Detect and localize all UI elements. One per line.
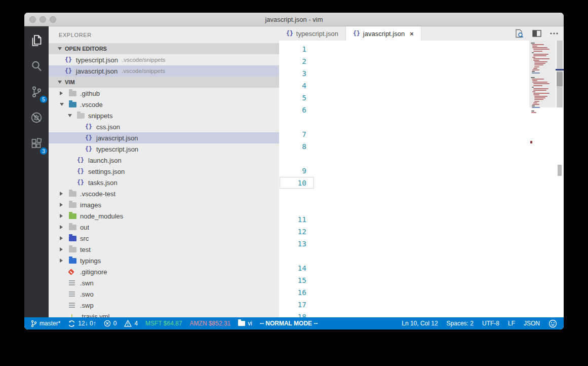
tree-item--swo[interactable]: .swo: [49, 288, 279, 300]
status-item--normal-mode-[interactable]: -- NORMAL MODE --: [260, 320, 318, 327]
status-item-lf[interactable]: LF: [508, 320, 515, 327]
activity-item-source-control[interactable]: 5: [26, 83, 47, 102]
tree-item-launch-json[interactable]: {}launch.json: [49, 155, 279, 166]
tree-item-src[interactable]: src: [49, 233, 279, 244]
chevron-down-icon: [58, 47, 62, 50]
open-editor-item[interactable]: {}javascript.json.vscode/snippets: [49, 65, 279, 77]
code-line[interactable]: 4: [279, 80, 564, 92]
tree-icon-wrap: [69, 102, 80, 107]
code-line[interactable]: [279, 153, 564, 165]
code-line[interactable]: 15: [279, 274, 564, 286]
activity-item-debug[interactable]: [26, 109, 47, 128]
tree-item-typescript-json[interactable]: {}typescript.json: [49, 143, 279, 155]
search-icon: [30, 59, 43, 75]
tab-javascript-json[interactable]: {}javascript.json×: [346, 26, 421, 41]
status-item-ln-10-col-12[interactable]: Ln 10, Col 12: [402, 320, 438, 327]
title-bar[interactable]: javascript.json - vim: [24, 13, 564, 26]
open-preview-icon[interactable]: [514, 28, 524, 39]
status-item-utf-8[interactable]: UTF-8: [482, 320, 499, 327]
close-window-button[interactable]: [29, 16, 36, 23]
gutter: 6: [279, 104, 318, 116]
code-line[interactable]: 6: [279, 104, 564, 116]
open-editor-item[interactable]: {}typescript.json.vscode/snippets: [49, 54, 279, 65]
folder-icon: [69, 247, 76, 252]
status-item-0[interactable]: 0: [104, 320, 117, 327]
tree-icon-wrap: [69, 280, 80, 285]
tree-item-label: .swp: [80, 302, 94, 309]
activity-item-explorer[interactable]: [26, 31, 47, 51]
code-line[interactable]: 10: [279, 177, 564, 189]
code-line[interactable]: 13: [279, 238, 564, 250]
status-item-vi[interactable]: vi: [238, 320, 252, 327]
activity-item-extensions[interactable]: 3: [26, 135, 47, 154]
code-line[interactable]: [279, 189, 564, 201]
tree-icon-wrap: [69, 303, 80, 308]
tree-item--travis-yml[interactable]: !.travis.yml: [49, 311, 279, 317]
json-braces-icon: {}: [85, 134, 92, 141]
status-item-spaces-2[interactable]: Spaces: 2: [447, 320, 474, 327]
status-label: UTF-8: [482, 320, 499, 327]
tree-item--github[interactable]: .github: [49, 88, 279, 99]
code-line[interactable]: 12: [279, 226, 564, 238]
tree-item-label: src: [80, 235, 89, 242]
code-line[interactable]: 11: [279, 213, 564, 226]
code-line[interactable]: 2: [279, 55, 564, 67]
status-item-amzn-852-31[interactable]: AMZN $852.31: [190, 320, 231, 327]
chevron-right-icon: [60, 91, 69, 95]
tree-item--swp[interactable]: .swp: [49, 300, 279, 311]
tree-icon-wrap: [69, 236, 80, 241]
tree-item--swn[interactable]: .swn: [49, 277, 279, 288]
code-editor[interactable]: 123456789101112131415161718: [279, 41, 564, 317]
code-line[interactable]: 18: [279, 311, 564, 317]
code-line[interactable]: 14: [279, 262, 564, 274]
zoom-window-button[interactable]: [50, 16, 56, 23]
status-item-json[interactable]: JSON: [524, 320, 540, 327]
tree-item-node-modules[interactable]: node_modules: [49, 210, 279, 222]
tree-item-images[interactable]: images: [49, 199, 279, 210]
tree-icon-wrap: [69, 202, 80, 208]
status-item-master-[interactable]: master*: [30, 320, 60, 327]
close-tab-icon[interactable]: ×: [410, 30, 414, 38]
tree-item-css-json[interactable]: {}css.json: [49, 121, 279, 132]
tree-item-out[interactable]: out: [49, 222, 279, 233]
tree-item-test[interactable]: test: [49, 244, 279, 255]
status-item-msft-64-87[interactable]: MSFT $64.87: [145, 320, 182, 327]
code-line[interactable]: 1: [279, 43, 564, 55]
code-line[interactable]: 16: [279, 286, 564, 299]
tree-item-tasks-json[interactable]: {}tasks.json: [49, 177, 279, 188]
code-line[interactable]: 5: [279, 92, 564, 104]
json-braces-icon: {}: [77, 157, 84, 164]
code-line[interactable]: 9: [279, 165, 564, 177]
minimize-window-button[interactable]: [40, 16, 46, 23]
status-label: JSON: [524, 320, 540, 327]
tree-item-settings-json[interactable]: {}settings.json: [49, 166, 279, 177]
activity-item-search[interactable]: [26, 57, 47, 77]
tree-item--vscode[interactable]: .vscode: [49, 99, 279, 110]
code-line[interactable]: 17: [279, 299, 564, 311]
code-line[interactable]: [279, 116, 564, 128]
status-item-4[interactable]: 4: [124, 320, 138, 327]
vertical-scrollbar[interactable]: [556, 41, 564, 317]
line-number: 4: [279, 80, 306, 92]
tab-typescript-json[interactable]: {}typescript.json: [279, 26, 346, 41]
tree-item-label: node_modules: [80, 212, 123, 220]
status-item-12-0-[interactable]: 12↓ 0↑: [68, 320, 96, 327]
tree-item-javascript-json[interactable]: {}javascript.json: [49, 132, 279, 143]
open-editors-header[interactable]: OPEN EDITORS: [49, 43, 279, 54]
minimap[interactable]: [529, 41, 556, 317]
code-line[interactable]: [279, 250, 564, 262]
code-line[interactable]: 8: [279, 140, 564, 153]
tree-item-typings[interactable]: typings: [49, 255, 279, 266]
tree-item--vscode-test[interactable]: .vscode-test: [49, 188, 279, 199]
status-item-smiley[interactable]: [548, 319, 557, 328]
line-number: 3: [279, 67, 306, 80]
code-line[interactable]: 7: [279, 128, 564, 140]
folder-section-header[interactable]: VIM: [49, 77, 279, 88]
gutter: [279, 116, 318, 128]
code-line[interactable]: 3: [279, 67, 564, 80]
tree-item--gitignore[interactable]: .gitignore: [49, 266, 279, 277]
more-actions-icon[interactable]: [550, 29, 559, 38]
code-line[interactable]: [279, 201, 564, 213]
split-editor-icon[interactable]: [532, 29, 541, 38]
tree-item-snippets[interactable]: snippets: [49, 110, 279, 121]
